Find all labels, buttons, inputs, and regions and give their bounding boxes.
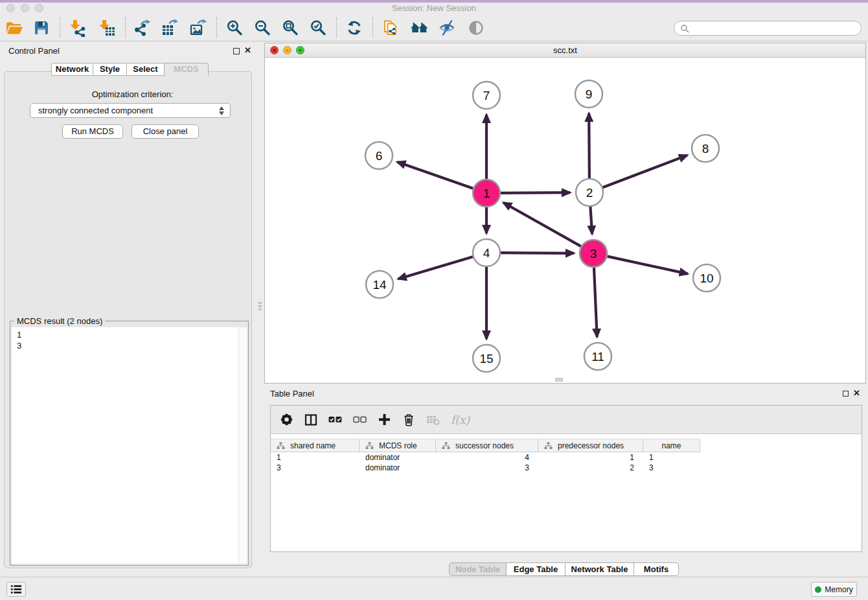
column-header-shared-name[interactable]: shared name	[271, 439, 360, 452]
mcds-result-legend: MCDS result (2 nodes)	[14, 316, 105, 326]
optimization-criterion-label: Optimization criterion:	[5, 89, 260, 99]
save-session-icon[interactable]	[32, 19, 51, 37]
table-cell[interactable]: 1	[643, 452, 700, 463]
graph-node-14[interactable]: 14	[366, 271, 393, 298]
table-toolbar: f(x)	[271, 406, 862, 434]
table-cell[interactable]: 3	[643, 463, 700, 473]
graph-node-8[interactable]: 8	[692, 135, 719, 162]
table-cell[interactable]: 3	[436, 463, 538, 473]
export-network-icon[interactable]	[133, 19, 151, 37]
graph-node-7[interactable]: 7	[473, 82, 500, 109]
window-resize-grip[interactable]	[555, 378, 563, 382]
graph-node-2[interactable]: 2	[576, 179, 603, 206]
tab-motifs[interactable]: Motifs	[634, 562, 679, 576]
add-column-icon[interactable]	[378, 413, 391, 427]
graph-edge-3-1[interactable]	[503, 203, 581, 246]
scrollbar-track[interactable]	[238, 327, 247, 564]
graph-edge-3-10[interactable]	[607, 257, 687, 274]
graph-node-10[interactable]: 10	[693, 264, 720, 292]
table-cell[interactable]: 3	[271, 463, 360, 473]
search-field[interactable]	[674, 21, 862, 36]
table-cell[interactable]: 2	[538, 463, 643, 473]
graph-node-label: 9	[586, 87, 593, 101]
memory-button[interactable]: Memory	[811, 582, 857, 597]
graph-node-15[interactable]: 15	[473, 345, 500, 372]
first-neighbors-icon[interactable]	[410, 19, 428, 37]
open-session-icon[interactable]	[5, 19, 23, 37]
table-cell[interactable]: 1	[538, 452, 643, 463]
optimization-criterion-select[interactable]: strongly connected component	[30, 103, 231, 118]
tab-select[interactable]: Select	[127, 63, 165, 76]
show-columns-icon[interactable]	[304, 413, 317, 427]
network-canvas[interactable]: 7968124314101511	[265, 58, 865, 383]
zoom-selected-icon[interactable]	[309, 19, 327, 37]
run-mcds-button[interactable]: Run MCDS	[62, 124, 123, 139]
tab-edge-table[interactable]: Edge Table	[507, 562, 565, 576]
column-header-mcds-role[interactable]: MCDS role	[360, 439, 436, 452]
graph-node-6[interactable]: 6	[365, 142, 393, 169]
graph-node-label: 15	[479, 352, 493, 365]
control-panel-close-icon[interactable]: ✕	[244, 45, 251, 55]
graph-edge-3-11[interactable]	[594, 268, 597, 337]
control-panel: Optimization criterion: strongly connect…	[4, 71, 252, 568]
graph-node-1[interactable]: 1	[473, 179, 500, 207]
import-network-icon[interactable]	[68, 19, 86, 37]
column-tree-icon	[365, 442, 374, 450]
tab-network-table[interactable]: Network Table	[565, 562, 634, 576]
graph-edge-2-8[interactable]	[603, 156, 687, 188]
hide-selection-icon[interactable]	[438, 19, 456, 37]
import-table-icon[interactable]	[98, 19, 116, 37]
zoom-out-icon[interactable]	[253, 19, 271, 37]
criterion-value: strongly connected component	[38, 106, 153, 115]
show-all-icon[interactable]	[467, 19, 485, 37]
export-image-icon[interactable]	[189, 19, 207, 37]
table-cell[interactable]: 4	[436, 452, 538, 463]
unselect-all-rows-icon[interactable]	[353, 413, 367, 427]
table-body: 1dominator4113dominator323	[271, 452, 862, 473]
graph-node-label: 6	[376, 149, 383, 163]
graph-node-4[interactable]: 4	[473, 239, 500, 266]
graph-node-3[interactable]: 3	[580, 240, 607, 267]
close-panel-button[interactable]: Close panel	[131, 124, 199, 139]
zoom-fit-icon[interactable]	[281, 19, 299, 37]
tab-node-table[interactable]: Node Table	[449, 562, 507, 576]
tab-style[interactable]: Style	[93, 63, 127, 76]
search-input[interactable]	[693, 23, 855, 34]
table-panel-float-icon[interactable]	[843, 391, 849, 397]
table-cell[interactable]: dominator	[360, 452, 436, 463]
graph-edge-2-3[interactable]	[590, 207, 592, 234]
graph-node-9[interactable]: 9	[575, 80, 602, 108]
delete-columns-icon[interactable]	[402, 413, 415, 427]
zoom-in-icon[interactable]	[225, 19, 244, 37]
tab-mcds[interactable]: MCDS	[165, 63, 209, 76]
graph-edge-2-9[interactable]	[589, 113, 589, 178]
task-history-button[interactable]	[6, 582, 26, 597]
column-header-predecessor-nodes[interactable]: predecessor nodes	[538, 439, 643, 452]
table-panel-close-icon[interactable]: ✕	[853, 388, 860, 398]
apply-layout-icon[interactable]	[345, 19, 363, 37]
table-cell[interactable]: dominator	[360, 463, 436, 473]
graph-edge-4-3[interactable]	[501, 253, 574, 253]
column-header-successor-nodes[interactable]: successor nodes	[436, 439, 538, 452]
graph-edge-4-14[interactable]	[398, 257, 473, 279]
network-window-titlebar[interactable]: ✕ − + scc.txt	[265, 43, 865, 58]
graph-node-11[interactable]: 11	[584, 343, 611, 370]
select-all-rows-icon[interactable]	[328, 413, 342, 427]
new-network-from-selection-icon[interactable]	[382, 19, 400, 37]
table-row[interactable]: 1dominator411	[271, 452, 862, 463]
table-cell[interactable]: 1	[271, 452, 360, 463]
column-header-name[interactable]: name	[643, 439, 700, 452]
table-settings-icon[interactable]	[280, 413, 293, 427]
table-row[interactable]: 3dominator323	[271, 463, 862, 473]
mcds-result-list[interactable]: 13	[12, 327, 247, 564]
graph-edge-1-2[interactable]	[501, 192, 570, 193]
delete-table-icon[interactable]	[426, 413, 440, 427]
function-builder-icon[interactable]: f(x)	[451, 413, 470, 427]
tab-network[interactable]: Network	[51, 63, 93, 76]
panel-splitter-grip[interactable]	[258, 299, 262, 312]
export-table-icon[interactable]	[161, 19, 179, 37]
toolbar-separator	[336, 17, 337, 38]
toolbar-separator	[125, 17, 126, 38]
control-panel-float-icon[interactable]	[233, 48, 240, 54]
graph-edge-1-6[interactable]	[397, 162, 473, 189]
